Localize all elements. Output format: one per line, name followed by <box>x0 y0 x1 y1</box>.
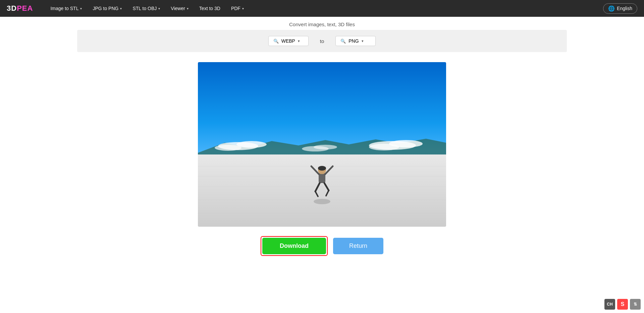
nav-image-to-stl[interactable]: Image to STL ▾ <box>46 3 86 14</box>
subtitle: Convert images, text, 3D files <box>0 17 644 30</box>
s-icon[interactable]: S <box>617 299 628 310</box>
nav-viewer[interactable]: Viewer ▾ <box>167 3 193 14</box>
search-icon: 🔍 <box>273 39 279 44</box>
chevron-down-icon: ▾ <box>187 7 189 10</box>
scene-svg <box>198 62 446 227</box>
svg-point-16 <box>314 199 330 204</box>
svg-point-7 <box>369 144 399 150</box>
chevron-down-icon: ▾ <box>242 7 244 10</box>
language-button[interactable]: 🌐 English <box>603 3 637 14</box>
to-label: to <box>317 38 328 44</box>
logo[interactable]: 3DPEA <box>7 4 33 13</box>
svg-rect-10 <box>198 154 446 227</box>
navbar: 3DPEA Image to STL ▾ JPG to PNG ▾ STL to… <box>0 0 644 17</box>
download-button-wrapper: Download <box>261 236 328 256</box>
logo-pea: PEA <box>17 4 33 12</box>
search-icon: 🔍 <box>340 39 346 44</box>
nav-items: Image to STL ▾ JPG to PNG ▾ STL to OBJ ▾… <box>46 3 637 14</box>
converter-bar: 🔍 WEBP ▾ to 🔍 PNG ▾ <box>77 30 567 52</box>
arrows-icon[interactable]: ⇅ <box>630 299 641 310</box>
svg-point-3 <box>236 141 267 148</box>
chevron-down-icon: ▾ <box>362 39 364 43</box>
chevron-down-icon: ▾ <box>80 7 82 10</box>
from-format-select[interactable]: 🔍 WEBP ▾ <box>268 36 309 46</box>
svg-point-4 <box>215 145 241 151</box>
chevron-down-icon: ▾ <box>298 39 300 43</box>
globe-icon: 🌐 <box>608 5 615 12</box>
to-format-select[interactable]: 🔍 PNG ▾ <box>335 36 376 46</box>
chevron-down-icon: ▾ <box>158 7 160 10</box>
nav-jpg-to-png[interactable]: JPG to PNG ▾ <box>89 3 126 14</box>
svg-rect-26 <box>319 174 325 182</box>
svg-point-19 <box>318 166 326 171</box>
buttons-row: Download Return <box>261 236 383 256</box>
bottom-right-icons: CH S ⇅ <box>604 299 641 310</box>
from-format-label: WEBP <box>281 38 295 44</box>
logo-3d: 3D <box>7 4 17 12</box>
nav-text-to-3d[interactable]: Text to 3D <box>195 3 224 14</box>
svg-point-9 <box>314 145 337 149</box>
main-content: Download Return <box>0 52 644 269</box>
chevron-down-icon: ▾ <box>120 7 122 10</box>
return-button[interactable]: Return <box>333 238 383 254</box>
nav-stl-to-obj[interactable]: STL to OBJ ▾ <box>128 3 164 14</box>
ch-icon[interactable]: CH <box>604 299 615 310</box>
to-format-label: PNG <box>348 38 359 44</box>
converted-image <box>198 62 446 227</box>
download-button[interactable]: Download <box>262 238 326 254</box>
nav-pdf[interactable]: PDF ▾ <box>227 3 248 14</box>
